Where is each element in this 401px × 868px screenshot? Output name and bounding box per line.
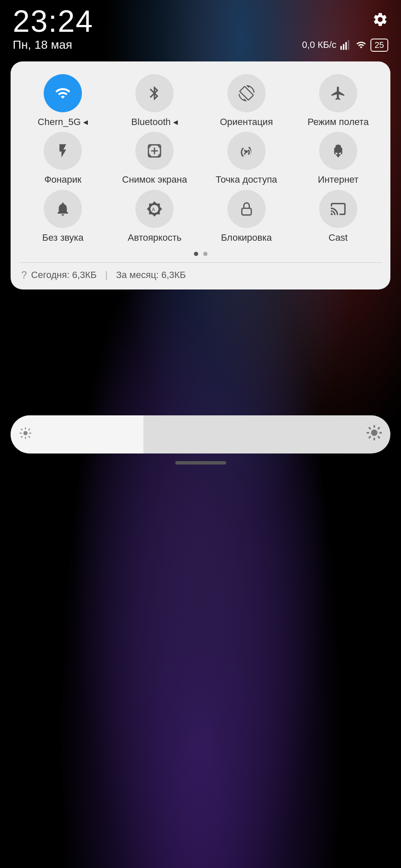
network-speed: 0,0 КБ/с <box>302 39 337 50</box>
tile-internet-icon <box>319 132 357 170</box>
tile-airplane[interactable]: Режим полета <box>294 74 382 128</box>
tile-internet[interactable]: Интернет <box>294 132 382 185</box>
svg-point-13 <box>23 431 28 435</box>
data-usage-icon: ? <box>21 269 27 281</box>
tile-flashlight-label: Фонарик <box>44 174 81 185</box>
tile-cast-icon <box>319 190 357 228</box>
tile-orientation[interactable]: Ориентация <box>203 74 290 128</box>
tile-screenshot-label: Снимок экрана <box>122 174 187 185</box>
status-bar: 23:24 <box>0 0 401 34</box>
tile-orientation-icon <box>227 74 266 112</box>
status-icons: 0,0 КБ/с 25 <box>302 39 388 52</box>
date-display: Пн, 18 мая <box>13 38 72 52</box>
settings-icon[interactable] <box>372 11 388 31</box>
dot-2 <box>203 252 208 256</box>
wifi-status-icon <box>355 40 367 50</box>
tile-silent-label: Без звука <box>42 232 84 243</box>
tile-airplane-icon <box>319 74 357 112</box>
tile-orientation-label: Ориентация <box>220 117 273 128</box>
tile-wifi[interactable]: Chern_5G ◂ <box>19 74 107 128</box>
tile-silent[interactable]: Без звука <box>19 190 107 243</box>
tile-auto-brightness-label: Автояркость <box>128 232 182 243</box>
tile-hotspot-label: Точка доступа <box>216 174 277 185</box>
tile-lock-label: Блокировка <box>221 232 272 243</box>
data-usage-row: ? Сегодня: 6,3КБ | За месяц: 6,3КБ <box>19 269 382 281</box>
brightness-slider[interactable] <box>11 415 390 453</box>
tile-hotspot-icon <box>227 132 266 170</box>
svg-rect-0 <box>340 46 342 50</box>
tile-airplane-label: Режим полета <box>308 117 369 128</box>
tile-screenshot-icon <box>135 132 174 170</box>
svg-rect-12 <box>242 208 251 215</box>
tile-screenshot[interactable]: Снимок экрана <box>111 132 198 185</box>
quick-settings-panel: Chern_5G ◂ Bluetooth ◂ Ориентация <box>11 61 390 289</box>
tile-bluetooth-label: Bluetooth ◂ <box>131 117 178 128</box>
svg-point-14 <box>371 429 378 436</box>
brightness-low-icon <box>19 427 32 442</box>
panel-divider <box>19 262 382 263</box>
data-usage-separator: | <box>105 270 108 281</box>
svg-rect-2 <box>345 42 347 50</box>
pagination-dots <box>19 252 382 256</box>
tile-hotspot[interactable]: Точка доступа <box>203 132 290 185</box>
svg-rect-3 <box>348 40 349 50</box>
tile-auto-brightness[interactable]: A Автояркость <box>111 190 198 243</box>
tile-bluetooth[interactable]: Bluetooth ◂ <box>111 74 198 128</box>
battery-indicator: 25 <box>370 39 388 52</box>
tile-internet-label: Интернет <box>318 174 359 185</box>
tile-silent-icon <box>44 190 82 228</box>
tile-auto-brightness-icon: A <box>135 190 174 228</box>
tile-bluetooth-icon <box>135 74 174 112</box>
brightness-high-icon <box>367 425 382 444</box>
tile-lock[interactable]: Блокировка <box>203 190 290 243</box>
tile-lock-icon <box>227 190 266 228</box>
data-usage-month: За месяц: 6,3КБ <box>116 270 186 281</box>
tile-cast[interactable]: Cast <box>294 190 382 243</box>
tile-wifi-icon <box>44 74 82 112</box>
tile-flashlight-icon <box>44 132 82 170</box>
quick-tiles-grid: Chern_5G ◂ Bluetooth ◂ Ориентация <box>19 74 382 243</box>
tile-wifi-label: Chern_5G ◂ <box>38 117 88 128</box>
tile-cast-label: Cast <box>328 232 348 243</box>
clock-time: 23:24 <box>13 6 93 36</box>
data-usage-today: Сегодня: 6,3КБ <box>31 270 96 281</box>
status-bar-bottom: Пн, 18 мая 0,0 КБ/с 25 <box>0 38 401 52</box>
dot-1 <box>194 252 198 256</box>
svg-text:A: A <box>152 207 155 212</box>
tile-flashlight[interactable]: Фонарик <box>19 132 107 185</box>
panel-handle[interactable] <box>175 461 226 465</box>
svg-rect-1 <box>343 44 345 50</box>
signal-icon <box>340 40 352 50</box>
